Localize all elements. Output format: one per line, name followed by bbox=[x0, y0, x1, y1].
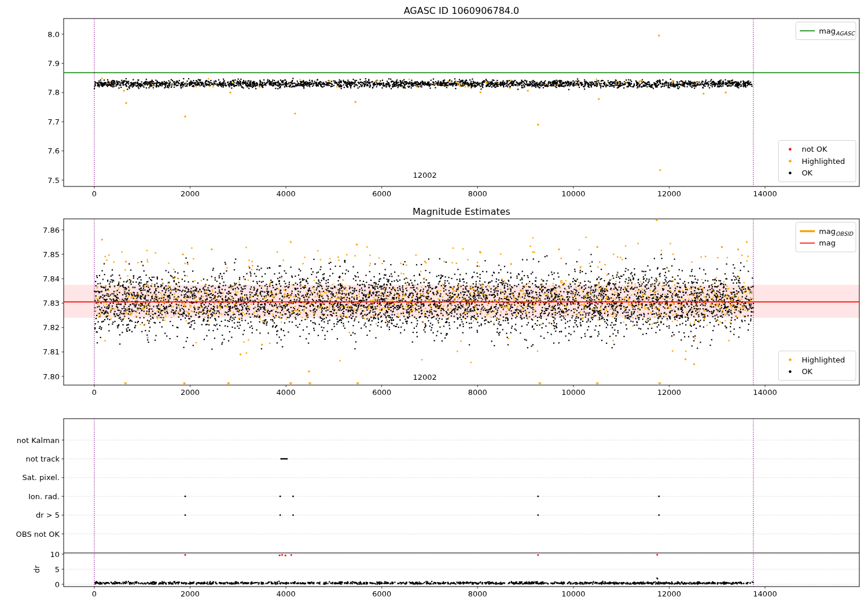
highlighted-point bbox=[308, 371, 310, 372]
y-tick-label: 7.83 bbox=[43, 299, 60, 307]
highlighted-point bbox=[537, 124, 539, 126]
flag-point bbox=[279, 496, 281, 497]
figure: AGASC ID 1060906784.00200040006000800010… bbox=[0, 0, 868, 608]
y-tick-label: 8.0 bbox=[47, 30, 60, 39]
x-tick-label: 2000 bbox=[181, 189, 200, 198]
x-tick-label: 0 bbox=[92, 189, 97, 198]
obsid-annotation: 12002 bbox=[413, 373, 437, 382]
highlighted-point bbox=[356, 244, 358, 246]
category-label: Sat. pixel. bbox=[23, 473, 60, 482]
legend-label: OK bbox=[801, 367, 812, 376]
legend-dot-sample bbox=[789, 148, 792, 151]
legend-dot-sample bbox=[789, 358, 792, 361]
flag-point bbox=[537, 514, 539, 516]
highlighted-point bbox=[598, 98, 599, 100]
highlighted-point bbox=[737, 248, 739, 250]
flag-point bbox=[658, 514, 660, 516]
legend-label: mag bbox=[819, 239, 836, 247]
flag-point bbox=[537, 496, 539, 497]
highlighted-point bbox=[354, 101, 356, 102]
x-tick-label: 8000 bbox=[468, 388, 487, 397]
highlighted-point bbox=[527, 90, 529, 91]
axes-frame bbox=[64, 419, 859, 587]
x-tick-label: 10000 bbox=[561, 589, 585, 598]
x-tick-label: 10000 bbox=[561, 388, 585, 397]
flag-point bbox=[185, 514, 186, 516]
dr-tick-label: 5 bbox=[55, 565, 60, 574]
category-label: Ion. rad. bbox=[28, 492, 60, 501]
legend-label: not OK bbox=[801, 145, 827, 153]
highlighted-point bbox=[658, 35, 660, 36]
flag-point bbox=[292, 496, 294, 497]
highlighted-point bbox=[746, 241, 748, 243]
x-tick-label: 14000 bbox=[753, 388, 777, 397]
chart-title: Magnitude Estimates bbox=[413, 206, 510, 217]
highlighted-point bbox=[693, 363, 695, 365]
highlighted-point bbox=[211, 248, 212, 250]
y-tick-label: 7.85 bbox=[43, 250, 60, 259]
category-label: not track bbox=[25, 455, 60, 463]
y-tick-label: 7.86 bbox=[43, 226, 60, 235]
y-tick-label: 7.82 bbox=[43, 323, 60, 332]
axes-frame bbox=[64, 19, 859, 186]
highlighted-point bbox=[597, 246, 598, 248]
not-ok-point bbox=[281, 554, 283, 556]
x-tick-label: 12000 bbox=[657, 388, 681, 397]
not-ok-point bbox=[285, 555, 286, 556]
highlighted-point bbox=[229, 91, 231, 93]
y-tick-label: 7.80 bbox=[43, 372, 60, 381]
legend-label: Highlighted bbox=[801, 157, 845, 166]
not-ok-point bbox=[279, 555, 281, 556]
y-tick-label: 7.7 bbox=[47, 118, 60, 126]
highlighted-point bbox=[558, 248, 560, 250]
x-tick-label: 12000 bbox=[657, 589, 681, 598]
x-tick-label: 12000 bbox=[657, 189, 681, 198]
chart-title: AGASC ID 1060906784.0 bbox=[404, 5, 520, 16]
highlighted-point bbox=[480, 91, 481, 93]
highlighted-point bbox=[510, 263, 512, 265]
dr-tick-label: 0 bbox=[55, 580, 60, 589]
x-tick-label: 14000 bbox=[753, 589, 777, 598]
chart-svg: AGASC ID 1060906784.00200040006000800010… bbox=[0, 0, 868, 608]
y-tick-label: 7.9 bbox=[47, 59, 60, 68]
highlighted-point bbox=[187, 263, 189, 265]
x-tick-label: 14000 bbox=[753, 189, 777, 198]
x-tick-label: 8000 bbox=[468, 189, 487, 198]
category-label: dr > 5 bbox=[36, 511, 60, 519]
dr-axis-label: dr bbox=[32, 565, 41, 573]
highlighted-point bbox=[724, 91, 726, 93]
flag-point bbox=[286, 458, 288, 460]
x-tick-label: 6000 bbox=[372, 388, 391, 397]
x-tick-label: 10000 bbox=[561, 189, 585, 198]
y-tick-label: 7.5 bbox=[47, 176, 60, 185]
highlighted-point bbox=[123, 90, 125, 91]
legend-dot-sample bbox=[789, 370, 792, 373]
legend-dot-sample bbox=[789, 171, 792, 174]
highlighted-point bbox=[184, 115, 186, 117]
x-tick-label: 0 bbox=[92, 589, 97, 598]
x-tick-label: 6000 bbox=[372, 589, 391, 598]
flag-point bbox=[283, 458, 285, 460]
highlighted-point bbox=[294, 112, 296, 114]
not-ok-point bbox=[656, 554, 658, 556]
x-tick-label: 4000 bbox=[277, 589, 296, 598]
flag-point bbox=[282, 458, 284, 460]
flag-point bbox=[280, 458, 282, 460]
highlighted-point bbox=[240, 353, 241, 355]
not-ok-point bbox=[185, 554, 186, 556]
flag-point bbox=[292, 514, 294, 516]
highlighted-point bbox=[424, 261, 426, 262]
highlighted-point bbox=[659, 169, 661, 171]
x-tick-label: 6000 bbox=[372, 189, 391, 198]
not-ok-point bbox=[537, 554, 539, 556]
obsid-annotation: 12002 bbox=[413, 171, 437, 180]
ok-point bbox=[657, 578, 658, 579]
highlighted-point bbox=[182, 253, 183, 255]
highlighted-point bbox=[656, 219, 657, 221]
highlighted-point bbox=[125, 261, 127, 262]
highlighted-point bbox=[703, 93, 704, 94]
category-label: OBS not OK bbox=[16, 530, 60, 539]
x-tick-label: 2000 bbox=[181, 589, 200, 598]
flag-point bbox=[279, 514, 281, 516]
y-tick-label: 7.8 bbox=[47, 88, 60, 97]
